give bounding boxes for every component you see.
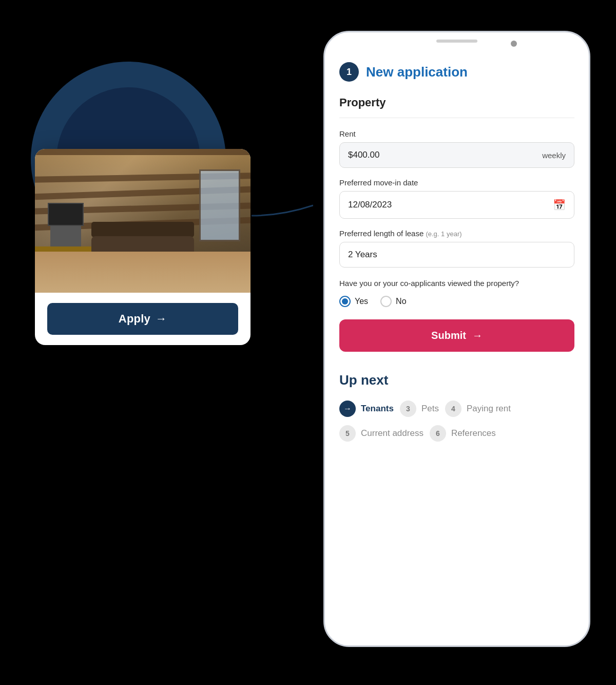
phone-pill <box>436 40 477 43</box>
phone-mockup: 1 New application Property Rent $400.00 … <box>323 31 590 647</box>
phone-camera <box>511 41 517 47</box>
step-title: New application <box>366 64 468 80</box>
listing-card-footer: Apply → <box>35 293 251 345</box>
apply-button[interactable]: Apply → <box>47 303 238 335</box>
radio-no[interactable]: No <box>380 296 406 307</box>
radio-no-label: No <box>396 297 406 306</box>
radio-yes-label: Yes <box>355 297 368 306</box>
movein-field-group: Preferred move-in date 12/08/2023 📅 <box>339 178 574 219</box>
current-address-badge: 5 <box>339 425 356 442</box>
next-step-tenants[interactable]: → Tenants <box>339 401 394 417</box>
rent-input[interactable]: $400.00 weekly <box>339 142 574 168</box>
apply-button-label: Apply <box>119 312 150 326</box>
radio-no-circle <box>380 296 392 307</box>
lease-field-group: Preferred length of lease (e.g. 1 year) … <box>339 229 574 268</box>
movein-label: Preferred move-in date <box>339 178 574 187</box>
movein-input[interactable]: 12/08/2023 📅 <box>339 191 574 219</box>
connector-line <box>252 200 313 231</box>
up-next-title: Up next <box>339 372 574 388</box>
rent-suffix: weekly <box>542 151 566 160</box>
phone-content: 1 New application Property Rent $400.00 … <box>325 57 589 456</box>
references-label: References <box>451 428 496 439</box>
submit-arrow: → <box>472 330 483 341</box>
calendar-icon: 📅 <box>553 199 566 211</box>
next-step-current-address[interactable]: 5 Current address <box>339 425 424 442</box>
lease-value: 2 Years <box>348 250 377 260</box>
lease-input[interactable]: 2 Years <box>339 242 574 268</box>
step-header: 1 New application <box>339 57 574 82</box>
paying-rent-badge: 4 <box>445 401 461 417</box>
tenants-label: Tenants <box>361 404 394 414</box>
rent-label: Rent <box>339 129 574 138</box>
property-section-heading: Property <box>339 96 574 118</box>
next-step-pets[interactable]: 3 Pets <box>400 401 439 417</box>
apply-button-arrow: → <box>156 312 167 326</box>
property-image <box>35 149 251 293</box>
rent-field-group: Rent $400.00 weekly <box>339 129 574 168</box>
pets-label: Pets <box>421 404 439 414</box>
phone-top-bar <box>325 32 589 57</box>
viewed-question: Have you or your co-applicants viewed th… <box>339 278 574 290</box>
up-next-section: Up next → Tenants 3 Pets 4 Paying rent <box>339 368 574 442</box>
lease-hint: (e.g. 1 year) <box>426 230 461 238</box>
submit-button[interactable]: Submit → <box>339 319 574 352</box>
references-badge: 6 <box>430 425 446 442</box>
next-step-paying-rent[interactable]: 4 Paying rent <box>445 401 511 417</box>
rent-value: $400.00 <box>348 150 379 160</box>
current-address-label: Current address <box>361 428 424 439</box>
next-steps: → Tenants 3 Pets 4 Paying rent 5 Current… <box>339 401 574 442</box>
next-step-references[interactable]: 6 References <box>430 425 496 442</box>
radio-yes[interactable]: Yes <box>339 296 368 307</box>
tenants-arrow-icon: → <box>339 401 356 417</box>
lease-label: Preferred length of lease (e.g. 1 year) <box>339 229 574 238</box>
pets-badge: 3 <box>400 401 416 417</box>
listing-card: Apply → <box>35 149 251 345</box>
step-badge: 1 <box>339 62 359 82</box>
paying-rent-label: Paying rent <box>467 404 511 414</box>
submit-label: Submit <box>431 330 466 341</box>
radio-yes-circle <box>339 296 351 307</box>
movein-value: 12/08/2023 <box>348 200 392 210</box>
radio-group: Yes No <box>339 296 574 307</box>
